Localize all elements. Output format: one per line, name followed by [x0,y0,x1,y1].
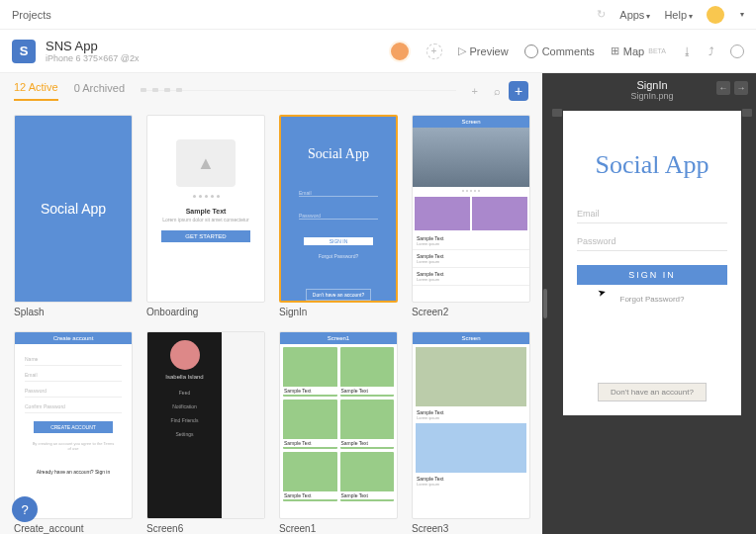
search-icon[interactable]: ⌕ [494,85,501,97]
user-menu-chevron-icon[interactable]: ▾ [740,10,744,19]
drag-handle-icon[interactable] [742,109,752,117]
download-icon[interactable]: ⭳ [682,45,693,57]
help-fab[interactable]: ? [12,496,38,522]
screens-pane: 12 Active 0 Archived + ⌕ + Social App Sp… [0,73,542,534]
signin-noaccount: Don't have an account? [306,289,371,301]
breadcrumb-projects[interactable]: Projects [12,9,51,21]
screen-mockup[interactable]: Social App Email Password SIGN IN Forgot… [563,111,741,415]
onboarding-cta: GET STARTED [161,230,250,242]
play-icon: ▷ [458,44,466,57]
detail-pane: SignIn SignIn.png ← → Social App Email P… [548,73,756,534]
screen-card-screen2[interactable]: Screen Sample TextLorem ipsum Sample Tex… [412,115,530,317]
screen-card-screen3[interactable]: Screen Sample Text Lorem ipsum Sample Te… [412,331,530,534]
next-screen-button[interactable]: → [734,81,748,95]
add-collaborator-button[interactable]: + [426,44,442,59]
mock-title: Social App [596,150,709,180]
card-label: SignIn [279,307,398,317]
feed-header: Screen [413,116,529,128]
comment-icon [524,44,538,58]
project-icon: S [12,40,36,63]
mock-signin-button: SIGN IN [577,265,727,285]
add-section-button[interactable]: + [472,85,478,97]
thumb-screen1[interactable]: Screen1 Sample Text Sample Text Sample T… [279,331,398,519]
mock-noaccount-link: Don't have an account? [598,383,707,401]
tab-archived[interactable]: 0 Archived [74,82,125,100]
collaborator-avatar[interactable] [389,41,411,62]
mock-password-field: Password [577,231,727,251]
card-label: Splash [14,307,133,317]
onboarding-body: Lorem ipsum dolor sit amet consectetur [152,215,259,224]
user-avatar[interactable] [707,6,724,24]
project-name[interactable]: SNS App [46,39,139,53]
settings-icon[interactable] [730,44,744,58]
placeholder-image-icon: ▲ [176,139,236,187]
drag-handle-icon[interactable] [552,109,562,117]
thumb-screen2[interactable]: Screen Sample TextLorem ipsum Sample Tex… [412,115,530,303]
signin-title: Social App [308,146,369,162]
share-icon[interactable]: ⤴ [709,45,714,57]
thumb-screen3[interactable]: Screen Sample Text Lorem ipsum Sample Te… [412,331,530,519]
signin-email: Email [299,190,378,197]
thumb-signin[interactable]: Social App Email Password SIGN IN Forgot… [279,115,398,303]
prev-screen-button[interactable]: ← [716,81,730,95]
card-label: Screen3 [412,523,530,534]
thumb-screen6[interactable]: Isabella Island Feed Notification Find F… [146,331,265,519]
cursor-icon: ➤ [597,286,608,299]
project-bar: S SNS App iPhone 6 375×667 @2x + ▷Previe… [0,30,756,73]
card-label: Onboarding [146,307,265,317]
tab-active[interactable]: 12 Active [14,81,58,101]
add-screen-button[interactable]: + [509,81,528,101]
onboarding-heading: Sample Text [186,208,227,215]
preview-button[interactable]: ▷Preview [458,44,509,57]
mock-email-field: Email [577,204,727,223]
card-label: Screen1 [279,523,398,534]
ca-header: Create account [15,332,132,344]
thumb-onboarding[interactable]: ▲ Sample Text Lorem ipsum dolor sit amet… [146,115,265,303]
signin-forgot: Forgot Password? [319,253,359,259]
project-device: iPhone 6 375×667 @2x [46,53,139,63]
refresh-icon[interactable]: ↻ [597,8,606,21]
global-topbar: Projects ↻ Apps▾ Help▾ ▾ [0,0,756,30]
screen-card-screen1[interactable]: Screen1 Sample Text Sample Text Sample T… [279,331,398,534]
signin-password: Password [299,213,378,220]
screen-card-splash[interactable]: Social App Splash [14,115,133,317]
comments-button[interactable]: Comments [524,44,595,58]
mock-forgot-link: Forgot Password? [620,295,685,304]
card-label: Create_account [14,523,133,534]
help-menu[interactable]: Help▾ [664,9,693,21]
map-button[interactable]: ⊞MapBETA [611,44,666,57]
section-dividers [141,90,456,91]
screen-card-signin[interactable]: Social App Email Password SIGN IN Forgot… [279,115,398,317]
thumb-splash[interactable]: Social App [14,115,133,303]
thumb-create-account[interactable]: Create account Name Email Password Confi… [14,331,133,519]
screens-grid: Social App Splash ▲ Sample Text Lorem ip… [0,101,542,534]
screen-card-onboarding[interactable]: ▲ Sample Text Lorem ipsum dolor sit amet… [146,115,265,317]
card-label: Screen6 [146,523,265,534]
signin-button: SIGN IN [304,237,373,245]
apps-menu[interactable]: Apps▾ [619,9,650,21]
screen-card-screen6[interactable]: Isabella Island Feed Notification Find F… [146,331,265,534]
card-label: Screen2 [412,307,530,317]
map-icon: ⊞ [611,44,619,57]
